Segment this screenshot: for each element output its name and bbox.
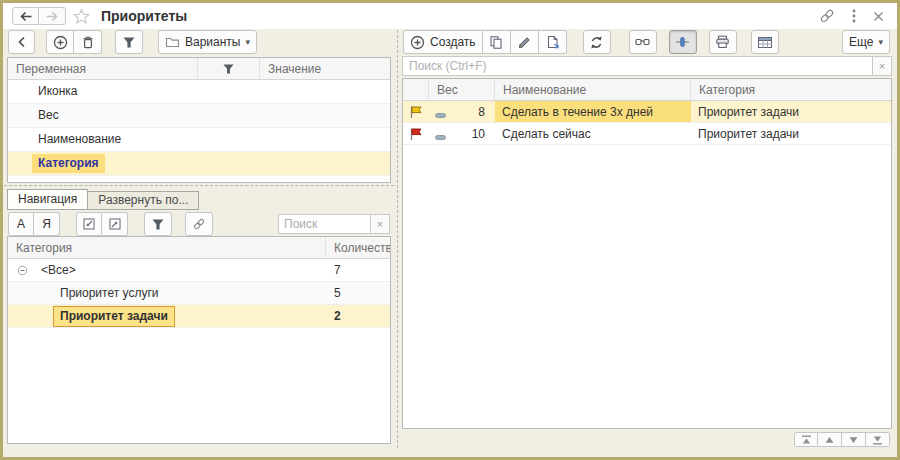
funnel-icon: [222, 63, 235, 75]
plus-circle-icon: [410, 35, 425, 50]
weight-cell: 10: [429, 127, 495, 141]
tree-search: ×: [278, 214, 390, 234]
edit-button[interactable]: [511, 30, 539, 54]
clear-search-icon[interactable]: ×: [371, 214, 390, 234]
collapse-panel-button[interactable]: [8, 30, 35, 54]
sort-asc-button[interactable]: А: [8, 212, 34, 236]
panel-toggle-button[interactable]: [669, 30, 697, 54]
weight-cell: 8: [429, 105, 495, 119]
column-label: Количество: [334, 241, 391, 255]
go-previous-button[interactable]: [818, 432, 842, 447]
copy-icon: [489, 35, 503, 50]
tree-search-input[interactable]: [278, 214, 371, 234]
weight-value: 8: [478, 105, 485, 119]
delete-button[interactable]: [74, 30, 102, 54]
tree-link-button[interactable]: [185, 212, 213, 236]
go-last-button[interactable]: [866, 432, 890, 447]
print-button[interactable]: [709, 30, 737, 54]
pencil-icon: [517, 35, 532, 50]
printer-icon: [715, 35, 730, 49]
tree-node-label: Приоритет задачи: [53, 306, 175, 327]
tree-row-all[interactable]: <Все> 7: [8, 259, 390, 282]
page-title: Приоритеты: [101, 8, 187, 24]
weight-value: 10: [472, 127, 485, 141]
column-label: Значение: [268, 62, 321, 76]
history-nav: [12, 7, 66, 25]
tree-node-count: 5: [326, 286, 390, 300]
favorite-star-icon[interactable]: [73, 8, 90, 25]
cell-variable: Наименование: [8, 130, 198, 149]
create-button[interactable]: Создать: [403, 30, 483, 54]
funnel-icon: [122, 36, 136, 49]
priorities-list-table: Вес Наименование Категория 8 Сделать в: [402, 78, 892, 429]
sort-desc-button[interactable]: Я: [34, 212, 60, 236]
column-header-filter[interactable]: [198, 58, 260, 79]
sort-group: А Я: [8, 212, 60, 236]
tab-expand-by[interactable]: Развернуть по...: [88, 191, 199, 210]
clear-search-icon[interactable]: ×: [873, 56, 892, 76]
navigation-toolbar: А Я: [8, 212, 390, 236]
expand-collapse-group: [76, 212, 128, 236]
add-button[interactable]: [46, 30, 74, 54]
table-row[interactable]: Вес: [8, 104, 390, 128]
column-header-value[interactable]: Значение: [260, 58, 390, 79]
collapse-node-icon[interactable]: [17, 265, 28, 276]
column-header-name[interactable]: Наименование: [495, 79, 691, 100]
flag-icon: [409, 127, 423, 141]
chevron-down-icon: ▾: [245, 37, 250, 47]
left-bottom-tabs: Навигация Развернуть по...: [7, 189, 199, 210]
column-header-variable[interactable]: Переменная: [8, 58, 198, 79]
back-button[interactable]: [12, 7, 39, 25]
tree-node-label: <Все>: [35, 261, 82, 280]
list-search-input[interactable]: [402, 56, 873, 76]
copy-button[interactable]: [483, 30, 511, 54]
collapse-all-button[interactable]: [76, 212, 102, 236]
tree-filter-button[interactable]: [144, 212, 172, 236]
tree-row[interactable]: Приоритет услуги 5: [8, 282, 390, 305]
more-label: Еще: [849, 35, 873, 49]
link-icon[interactable]: [819, 8, 835, 24]
tab-navigation[interactable]: Навигация: [7, 189, 88, 210]
vertical-splitter[interactable]: [397, 30, 398, 448]
variants-label: Варианты: [185, 35, 240, 49]
mark-deletion-button[interactable]: [539, 30, 567, 54]
kebab-menu-icon[interactable]: [852, 9, 856, 23]
forward-button[interactable]: [39, 7, 66, 25]
column-header-category[interactable]: Категория: [8, 237, 326, 258]
tree-row-selected[interactable]: Приоритет задачи 2: [8, 305, 390, 328]
table-row[interactable]: Иконка: [8, 80, 390, 104]
more-button[interactable]: Еще ▾: [842, 30, 890, 54]
chevron-left-icon: [17, 36, 26, 48]
table-row-selected[interactable]: Категория: [8, 152, 390, 176]
dash-icon: [435, 113, 446, 118]
column-header-category[interactable]: Категория: [691, 79, 891, 100]
table-row[interactable]: Наименование: [8, 128, 390, 152]
variables-table: Переменная Значение Иконка Вес Наименова…: [7, 57, 391, 183]
close-icon[interactable]: [873, 11, 884, 22]
tree-node-label: Приоритет услуги: [54, 284, 164, 303]
category-cell: Приоритет задачи: [691, 105, 891, 119]
column-header-flag[interactable]: [403, 79, 429, 100]
tree-table-header: Категория Количество: [8, 237, 390, 259]
variables-table-header: Переменная Значение: [8, 58, 390, 80]
view-mode-button[interactable]: [629, 30, 657, 54]
refresh-button[interactable]: [583, 30, 611, 54]
flag-cell: [403, 127, 429, 141]
column-header-count[interactable]: Количество: [326, 237, 390, 258]
filter-button[interactable]: [115, 30, 143, 54]
go-first-button[interactable]: [794, 432, 818, 447]
app-window: Приоритеты: [0, 0, 900, 460]
expand-all-button[interactable]: [102, 212, 128, 236]
go-next-button[interactable]: [842, 432, 866, 447]
cell-variable: Категория: [8, 154, 198, 173]
variants-button[interactable]: Варианты ▾: [158, 30, 257, 54]
column-header-weight[interactable]: Вес: [429, 79, 495, 100]
category-tree-table: Категория Количество <Все> 7 Приоритет у…: [7, 236, 391, 444]
horizontal-splitter[interactable]: [4, 185, 394, 186]
list-table-header: Вес Наименование Категория: [403, 79, 891, 101]
list-row[interactable]: 10 Сделать сейчас Приоритет задачи: [403, 123, 891, 145]
sort-desc-label: Я: [42, 217, 51, 231]
output-list-button[interactable]: [751, 30, 779, 54]
list-row-selected[interactable]: 8 Сделать в течение 3х дней Приоритет за…: [403, 101, 891, 123]
plus-circle-icon: [53, 35, 68, 50]
